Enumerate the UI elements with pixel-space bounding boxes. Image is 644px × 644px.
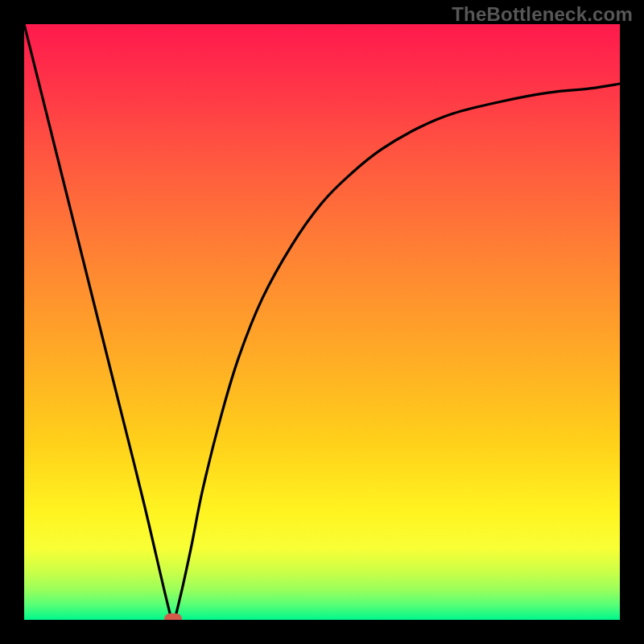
bottleneck-curve (24, 24, 620, 620)
curve-path (24, 24, 620, 620)
minimum-marker (164, 613, 182, 620)
watermark-text: TheBottleneck.com (452, 3, 633, 26)
chart-frame: TheBottleneck.com (0, 0, 644, 644)
plot-area (24, 24, 620, 620)
